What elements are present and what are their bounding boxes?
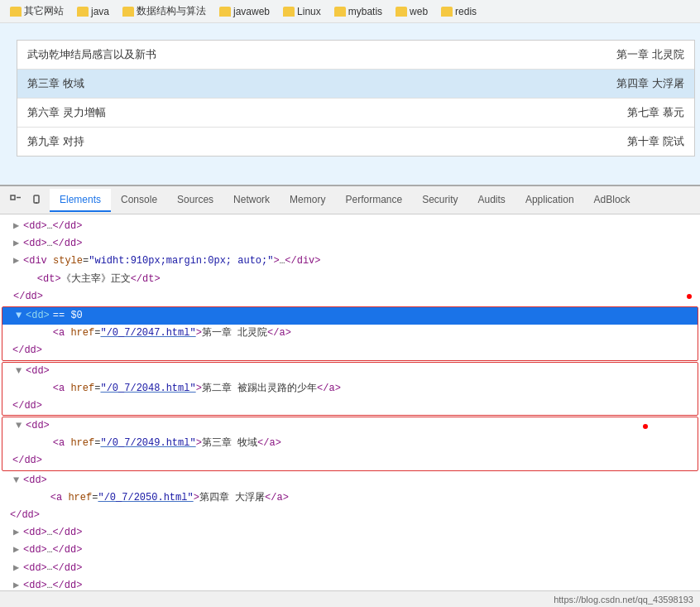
dom-line: ▼ <dd> [2,363,698,380]
folder-icon [219,7,231,17]
dom-line: </dd> [2,397,698,415]
webpage-table: 武动乾坤结局感言以及新书 第一章 北灵院 第三章 牧域 第四章 大浮屠 第六章 … [17,40,695,157]
collapse-icon[interactable]: ▶ [13,219,22,234]
device-toggle-icon[interactable] [28,191,46,210]
dom-line: ▶ <dd>…</dd> [0,577,700,590]
folder-icon [441,7,453,17]
collapse-icon[interactable]: ▶ [13,525,22,541]
bookmark-redis[interactable]: redis [436,4,482,19]
tab-adblock[interactable]: AdBlock [584,189,640,212]
folder-icon [122,7,134,17]
dom-line: ▼ <dd> [0,472,700,489]
tab-elements[interactable]: Elements [50,189,111,212]
dom-line-selected[interactable]: ▼ <dd> == $0 [2,307,698,325]
table-row: 第三章 牧域 第四章 大浮屠 [17,70,694,99]
red-dot-indicator [687,294,692,299]
tab-security[interactable]: Security [412,189,467,212]
dom-line: </dd> [2,452,698,470]
bookmark-javaweb[interactable]: javaweb [214,4,275,19]
collapse-icon[interactable]: ▶ [13,578,22,590]
dom-line: </dd> [2,342,698,359]
dom-line: ▶ <dd>…</dd> [0,560,700,577]
tab-audits[interactable]: Audits [468,189,515,212]
dom-line: <a href="/0_7/2049.html">第三章 牧域</a> [2,435,698,452]
dom-line: <a href="/0_7/2050.html">第四章 大浮屠</a> [0,489,700,507]
dom-line: ▶ <dd>…</dd> [0,524,700,542]
bookmark-linux[interactable]: Linux [278,4,326,19]
table-row: 第九章 对持 第十章 院试 [17,128,694,156]
dom-line: </dd> [0,507,700,524]
collapse-icon[interactable]: ▼ [16,308,24,324]
bookmark-qitawangzhan[interactable]: 其它网站 [5,2,69,20]
inspect-element-icon[interactable] [7,191,25,210]
devtools-panel: Elements Console Sources Network Memory … [0,185,700,607]
svg-rect-2 [34,195,39,203]
folder-icon [396,7,407,17]
collapse-icon[interactable]: ▶ [13,253,22,269]
bookmark-web[interactable]: web [391,4,433,19]
red-dot-indicator [643,424,648,429]
collapse-icon[interactable]: ▼ [13,473,22,489]
status-url: https://blog.csdn.net/qq_43598193 [554,595,693,605]
bookmark-java[interactable]: java [72,4,114,19]
collapse-icon[interactable]: ▶ [13,542,22,558]
dom-line: ▼ <dd> [2,417,698,435]
bookmark-datastructure[interactable]: 数据结构与算法 [117,2,211,20]
dom-line: <dt>《大主宰》正文</dt> [0,271,700,288]
dom-line: ▶ <dd>…</dd> [0,542,700,559]
collapse-icon[interactable]: ▼ [16,364,24,379]
tab-sources[interactable]: Sources [167,189,223,212]
dom-tree: ▶ <dd>…</dd> ▶ <dd>…</dd> ▶ <div style="… [0,214,700,590]
webpage-content: 武动乾坤结局感言以及新书 第一章 北灵院 第三章 牧域 第四章 大浮屠 第六章 … [0,23,700,185]
tab-performance[interactable]: Performance [335,189,412,212]
tab-memory[interactable]: Memory [280,189,335,212]
devtools-tabbar: Elements Console Sources Network Memory … [0,186,700,214]
dom-line: ▶ <div style="widht:910px;margin:0px; au… [0,253,700,270]
folder-icon [77,7,89,17]
devtools-toolbar-icons [3,191,50,210]
dom-line: <a href="/0_7/2047.html">第一章 北灵院</a> [2,325,698,342]
bookmarks-bar: 其它网站 java 数据结构与算法 javaweb Linux mybatis … [0,0,700,23]
folder-icon [283,7,295,17]
folder-icon [334,7,346,17]
dom-line: <a href="/0_7/2048.html">第二章 被踢出灵路的少年</a… [2,380,698,397]
collapse-icon[interactable]: ▶ [13,236,22,252]
svg-rect-0 [11,195,15,200]
table-row: 第六章 灵力增幅 第七章 慕元 [17,99,694,128]
dom-line: ▶ <dd>…</dd> [0,218,700,235]
collapse-icon[interactable]: ▼ [16,418,24,434]
dom-line: ▶ <dd>…</dd> [0,235,700,253]
status-bar: https://blog.csdn.net/qq_43598193 [0,590,700,607]
dom-line: </dd> [0,288,700,306]
tab-application[interactable]: Application [515,189,584,212]
table-row: 武动乾坤结局感言以及新书 第一章 北灵院 [17,41,694,70]
tab-console[interactable]: Console [111,189,167,212]
tab-network[interactable]: Network [223,189,280,212]
collapse-icon[interactable]: ▶ [13,561,22,576]
bookmark-mybatis[interactable]: mybatis [329,4,387,19]
folder-icon [10,7,22,17]
